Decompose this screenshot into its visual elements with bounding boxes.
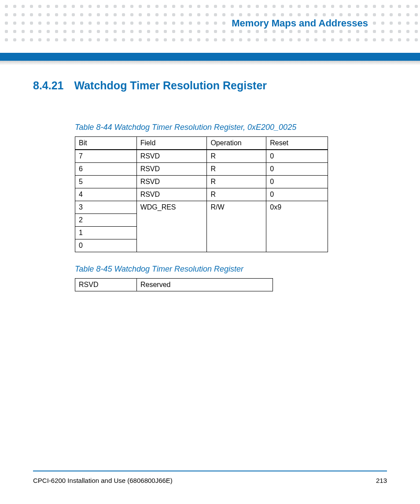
cell-bit: 7 [75, 150, 137, 163]
cell-op: R [207, 163, 266, 176]
col-operation: Operation [207, 137, 266, 150]
cell-op: R [207, 188, 266, 201]
cell-bit: 6 [75, 163, 137, 176]
cell-field: WDG_RES [136, 201, 207, 252]
cell-field: RSVD [136, 188, 207, 201]
cell-bit: 1 [75, 227, 137, 239]
header-blue-bar [0, 53, 420, 61]
table-8-45: RSVD Reserved [75, 278, 273, 291]
table-row: 7 RSVD R 0 [75, 150, 328, 163]
col-reset: Reset [266, 137, 328, 150]
cell-bit: 2 [75, 214, 137, 227]
table-8-45-caption: Table 8-45 Watchdog Timer Resolution Reg… [75, 265, 387, 274]
table-row: 3 WDG_RES R/W 0x9 [75, 201, 328, 214]
header-shadow [0, 61, 420, 65]
cell-bit: 0 [75, 239, 137, 252]
col-bit: Bit [75, 137, 137, 150]
section-number: 8.4.21 [33, 79, 64, 92]
table-header-row: Bit Field Operation Reset [75, 137, 328, 150]
col-field: Field [136, 137, 207, 150]
cell-bit: 3 [75, 201, 137, 214]
table-8-44: Bit Field Operation Reset 7 RSVD R 0 6 R… [75, 136, 328, 252]
cell-reset: 0 [266, 150, 328, 163]
cell-op: R/W [207, 201, 266, 252]
cell-reset: 0x9 [266, 201, 328, 252]
table-8-44-caption: Table 8-44 Watchdog Timer Resolution Reg… [75, 123, 387, 132]
cell-desc: Reserved [137, 279, 273, 291]
page-content: 8.4.21Watchdog Timer Resolution Register… [33, 79, 387, 291]
cell-op: R [207, 176, 266, 188]
cell-op: R [207, 150, 266, 163]
footer-doc-title: CPCI-6200 Installation and Use (6806800J… [33, 477, 173, 484]
cell-reset: 0 [266, 176, 328, 188]
section-title: Watchdog Timer Resolution Register [74, 79, 267, 92]
table-row: 5 RSVD R 0 [75, 176, 328, 188]
cell-name: RSVD [75, 279, 137, 291]
cell-bit: 5 [75, 176, 137, 188]
table-row: 4 RSVD R 0 [75, 188, 328, 201]
cell-bit: 4 [75, 188, 137, 201]
footer-page-number: 213 [376, 477, 387, 484]
cell-field: RSVD [136, 150, 207, 163]
cell-reset: 0 [266, 188, 328, 201]
page-footer: CPCI-6200 Installation and Use (6806800J… [33, 471, 387, 484]
chapter-title: Memory Maps and Addresses [228, 18, 372, 29]
table-row: RSVD Reserved [75, 279, 273, 291]
section-heading: 8.4.21Watchdog Timer Resolution Register [33, 79, 387, 92]
table-row: 6 RSVD R 0 [75, 163, 328, 176]
cell-field: RSVD [136, 176, 207, 188]
cell-field: RSVD [136, 163, 207, 176]
cell-reset: 0 [266, 163, 328, 176]
